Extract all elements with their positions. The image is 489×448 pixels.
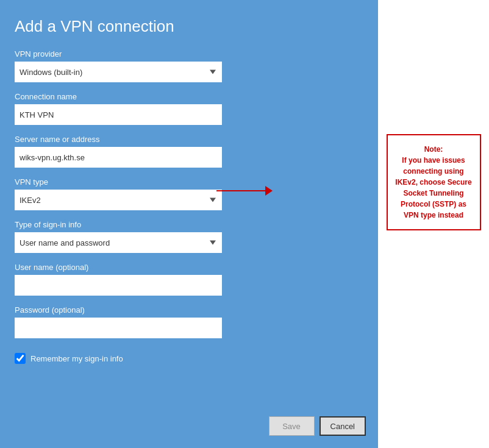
password-label: Password (optional)	[15, 305, 363, 315]
signin-type-group: Type of sign-in info User name and passw…	[15, 220, 363, 253]
dialog-panel: Add a VPN connection VPN provider Window…	[0, 0, 378, 448]
arrow-head-icon	[265, 186, 273, 196]
server-input[interactable]	[15, 147, 222, 168]
server-group: Server name or address	[15, 135, 363, 168]
vpn-provider-select[interactable]: Windows (built-in)	[15, 62, 222, 82]
note-box: Note:If you have issues connecting using…	[387, 134, 481, 230]
remember-label: Remember my sign-in info	[30, 354, 123, 363]
vpn-provider-label: VPN provider	[15, 49, 363, 59]
vpn-type-label: VPN type	[15, 177, 363, 187]
arrow-line	[216, 190, 265, 191]
main-container: Add a VPN connection VPN provider Window…	[0, 0, 489, 448]
page-title: Add a VPN connection	[15, 17, 363, 36]
username-label: User name (optional)	[15, 263, 363, 272]
button-row: Save Cancel	[269, 416, 366, 436]
vpn-provider-wrapper: Windows (built-in)	[15, 62, 222, 82]
signin-type-wrapper: User name and password Certificate Smart…	[15, 232, 222, 253]
remember-row: Remember my sign-in info	[15, 353, 363, 364]
right-panel: Note:If you have issues connecting using…	[378, 0, 489, 448]
vpn-type-wrapper: IKEv2 Automatic PPTP SSTP	[15, 190, 222, 210]
connection-name-label: Connection name	[15, 92, 363, 101]
signin-type-select[interactable]: User name and password Certificate Smart…	[15, 232, 222, 253]
vpn-provider-group: VPN provider Windows (built-in)	[15, 49, 363, 82]
vpn-type-group: VPN type IKEv2 Automatic PPTP SSTP	[15, 177, 363, 210]
signin-type-label: Type of sign-in info	[15, 220, 363, 229]
password-input[interactable]	[15, 318, 222, 338]
username-input[interactable]	[15, 275, 222, 296]
cancel-button[interactable]: Cancel	[319, 416, 366, 436]
connection-name-input[interactable]	[15, 104, 222, 125]
save-button[interactable]: Save	[269, 416, 315, 436]
connection-name-group: Connection name	[15, 92, 363, 125]
remember-checkbox[interactable]	[15, 353, 26, 364]
password-group: Password (optional)	[15, 305, 363, 338]
username-group: User name (optional)	[15, 263, 363, 296]
arrow-annotation	[216, 186, 273, 196]
note-title: Note:If you have issues connecting using…	[395, 144, 473, 221]
vpn-type-select[interactable]: IKEv2 Automatic PPTP SSTP	[15, 190, 222, 210]
server-label: Server name or address	[15, 135, 363, 144]
